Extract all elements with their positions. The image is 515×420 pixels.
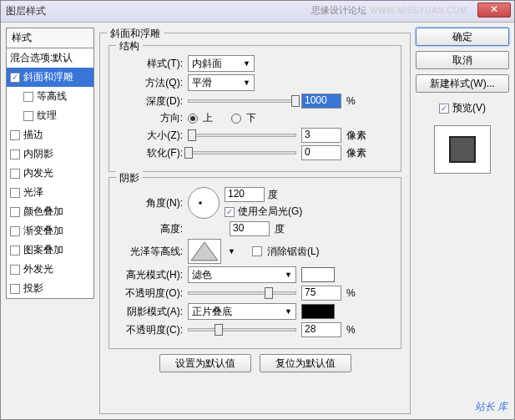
size-input[interactable]: 3 bbox=[301, 128, 341, 143]
depth-input[interactable]: 1000 bbox=[301, 94, 341, 109]
sidebar-item[interactable]: 描边 bbox=[7, 125, 93, 144]
sidebar-checkbox[interactable] bbox=[10, 130, 20, 140]
shadow-mode-label: 阴影模式(A): bbox=[118, 305, 183, 319]
direction-up-label: 上 bbox=[203, 111, 213, 125]
set-default-button[interactable]: 设置为默认值 bbox=[159, 354, 251, 372]
sidebar: 样式 混合选项:默认斜面和浮雕等高线纹理描边内阴影内发光光泽颜色叠加渐变叠加图案… bbox=[6, 28, 94, 414]
sidebar-item[interactable]: 外发光 bbox=[7, 260, 93, 279]
direction-label: 方向: bbox=[118, 111, 183, 125]
sidebar-checkbox[interactable] bbox=[10, 149, 20, 159]
depth-unit: % bbox=[346, 95, 356, 107]
sidebar-list: 混合选项:默认斜面和浮雕等高线纹理描边内阴影内发光光泽颜色叠加渐变叠加图案叠加外… bbox=[6, 48, 94, 299]
shadow-mode-select[interactable]: 正片叠底▼ bbox=[188, 303, 296, 320]
altitude-unit: 度 bbox=[275, 222, 285, 236]
new-style-button[interactable]: 新建样式(W)... bbox=[416, 74, 509, 93]
soften-input[interactable]: 0 bbox=[301, 145, 341, 160]
shadow-title: 阴影 bbox=[116, 171, 143, 185]
shadow-opacity-slider[interactable] bbox=[188, 328, 296, 331]
style-select[interactable]: 内斜面▼ bbox=[188, 55, 255, 72]
highlight-opacity-unit: % bbox=[346, 287, 356, 299]
altitude-label: 高度: bbox=[118, 222, 183, 236]
close-button[interactable]: ✕ bbox=[477, 3, 511, 18]
shadow-color[interactable] bbox=[301, 304, 335, 319]
sidebar-item-label: 投影 bbox=[23, 281, 43, 296]
preview-checkbox[interactable] bbox=[439, 104, 449, 114]
soften-unit: 像素 bbox=[346, 146, 366, 160]
forum-url: WWW.MISSYUAN.COM bbox=[370, 6, 467, 15]
sidebar-item[interactable]: 内阴影 bbox=[7, 144, 93, 164]
chevron-down-icon: ▼ bbox=[243, 59, 250, 68]
sidebar-item-label: 光泽 bbox=[23, 185, 43, 200]
altitude-input[interactable]: 30 bbox=[230, 221, 270, 236]
main-panel: 斜面和浮雕 结构 样式(T): 内斜面▼ 方法(Q): 平滑▼ 深度(D): bbox=[99, 28, 411, 414]
sidebar-checkbox[interactable] bbox=[10, 169, 20, 179]
sidebar-checkbox[interactable] bbox=[23, 111, 33, 121]
method-select[interactable]: 平滑▼ bbox=[188, 74, 255, 91]
sidebar-item-label: 纹理 bbox=[37, 109, 57, 123]
sidebar-item-label: 图案叠加 bbox=[23, 243, 63, 257]
sidebar-item[interactable]: 纹理 bbox=[7, 106, 93, 125]
preview-label: 预览(V) bbox=[452, 101, 486, 115]
titlebar: 图层样式 思缘设计论坛 WWW.MISSYUAN.COM ✕ bbox=[1, 1, 514, 23]
angle-input[interactable]: 120 bbox=[225, 187, 265, 202]
sidebar-item-label: 颜色叠加 bbox=[23, 205, 63, 219]
chevron-down-icon[interactable]: ▼ bbox=[228, 247, 235, 256]
structure-title: 结构 bbox=[116, 39, 143, 53]
global-light-checkbox[interactable] bbox=[225, 207, 235, 217]
shadow-opacity-input[interactable]: 28 bbox=[301, 322, 341, 337]
depth-slider[interactable] bbox=[188, 99, 296, 103]
antialias-label: 消除锯齿(L) bbox=[267, 245, 320, 259]
highlight-opacity-input[interactable]: 75 bbox=[301, 286, 341, 301]
angle-label: 角度(N): bbox=[118, 196, 183, 210]
angle-unit: 度 bbox=[268, 188, 278, 202]
sidebar-item[interactable]: 渐变叠加 bbox=[7, 221, 93, 240]
method-label: 方法(Q): bbox=[118, 76, 183, 90]
antialias-checkbox[interactable] bbox=[252, 246, 262, 256]
direction-down-radio[interactable] bbox=[231, 114, 241, 124]
sidebar-item[interactable]: 斜面和浮雕 bbox=[7, 68, 93, 87]
direction-up-radio[interactable] bbox=[188, 114, 198, 124]
sidebar-item[interactable]: 投影 bbox=[7, 279, 93, 298]
sidebar-checkbox[interactable] bbox=[10, 226, 20, 236]
highlight-color[interactable] bbox=[301, 267, 335, 282]
sidebar-item[interactable]: 内发光 bbox=[7, 164, 93, 183]
soften-slider[interactable] bbox=[188, 151, 296, 154]
sidebar-checkbox[interactable] bbox=[10, 265, 20, 275]
gloss-contour[interactable] bbox=[188, 239, 221, 264]
sidebar-checkbox[interactable] bbox=[10, 188, 20, 198]
sidebar-checkbox[interactable] bbox=[23, 92, 33, 102]
sidebar-item[interactable]: 图案叠加 bbox=[7, 240, 93, 260]
ok-button[interactable]: 确定 bbox=[416, 28, 509, 46]
sidebar-item[interactable]: 光泽 bbox=[7, 183, 93, 202]
reset-default-button[interactable]: 复位为默认值 bbox=[260, 354, 351, 372]
cancel-button[interactable]: 取消 bbox=[416, 51, 509, 69]
sidebar-item[interactable]: 颜色叠加 bbox=[7, 202, 93, 221]
sidebar-checkbox[interactable] bbox=[10, 284, 20, 294]
soften-label: 软化(F): bbox=[118, 146, 183, 160]
chevron-down-icon: ▼ bbox=[243, 78, 250, 87]
bevel-group: 斜面和浮雕 结构 样式(T): 内斜面▼ 方法(Q): 平滑▼ 深度(D): bbox=[99, 33, 411, 414]
sidebar-item-label: 斜面和浮雕 bbox=[23, 70, 73, 84]
sidebar-item[interactable]: 等高线 bbox=[7, 87, 93, 106]
shadow-opacity-label: 不透明度(C): bbox=[118, 323, 183, 337]
sidebar-item-label: 外发光 bbox=[23, 262, 53, 276]
sidebar-checkbox[interactable] bbox=[10, 73, 20, 83]
highlight-opacity-label: 不透明度(O): bbox=[118, 286, 183, 301]
shadow-group: 阴影 角度(N): 120 度 使用全局光(G) bbox=[109, 177, 401, 349]
highlight-mode-select[interactable]: 滤色▼ bbox=[188, 266, 296, 283]
contour-icon bbox=[189, 240, 220, 262]
window-title: 图层样式 bbox=[6, 4, 46, 18]
sidebar-checkbox[interactable] bbox=[10, 207, 20, 217]
size-slider[interactable] bbox=[188, 134, 296, 137]
sidebar-item[interactable]: 混合选项:默认 bbox=[7, 48, 93, 68]
watermark: 站长 库 bbox=[475, 400, 507, 414]
highlight-opacity-slider[interactable] bbox=[188, 291, 296, 295]
sidebar-checkbox[interactable] bbox=[10, 245, 20, 256]
sidebar-header: 样式 bbox=[6, 28, 94, 48]
depth-label: 深度(D): bbox=[118, 94, 183, 109]
sidebar-item-label: 内阴影 bbox=[23, 147, 53, 161]
angle-dial[interactable] bbox=[188, 187, 220, 219]
preview-box bbox=[434, 125, 491, 174]
sidebar-item-label: 混合选项:默认 bbox=[10, 51, 73, 65]
chevron-down-icon: ▼ bbox=[285, 271, 292, 279]
